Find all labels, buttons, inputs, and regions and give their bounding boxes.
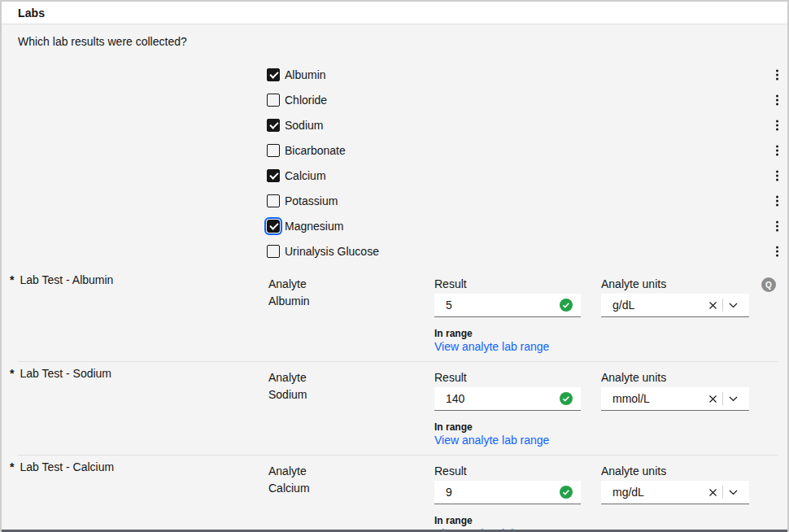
checkbox-row: Urinalysis Glucose (2, 238, 787, 264)
checkbox-label[interactable]: Urinalysis Glucose (285, 245, 379, 258)
units-value: mmol/L (612, 392, 704, 405)
checkbox-magnesium[interactable] (267, 220, 280, 233)
overflow-menu-icon[interactable] (774, 193, 781, 208)
result-column: Result 9 In range View analyte lab range (434, 464, 581, 532)
checkbox-row: Chloride (2, 87, 787, 112)
page-title: Labs (18, 7, 45, 20)
result-column: Result 140 In range View analyte lab ran… (434, 371, 581, 447)
combo-divider (722, 486, 723, 499)
checkbox-urinalysis-glucose[interactable] (267, 245, 280, 258)
checkbox-potassium[interactable] (267, 194, 280, 207)
checkbox-row: Magnesium (2, 213, 787, 238)
analyte-label: Analyte (268, 464, 310, 477)
status-text: In range (434, 421, 581, 433)
clear-icon[interactable] (704, 390, 721, 407)
section-label: * Lab Test - Calcium (10, 460, 114, 473)
checkbox-chloride[interactable] (267, 94, 280, 107)
checkbox-label[interactable]: Chloride (285, 94, 327, 107)
analyte-label: Analyte (268, 277, 310, 290)
result-value: 9 (446, 486, 560, 499)
units-label: Analyte units (601, 277, 749, 290)
checkbox-label[interactable]: Bicarbonate (285, 144, 346, 157)
analyte-column: Analyte Albumin (268, 277, 310, 307)
required-marker: * (10, 460, 14, 473)
overflow-menu-icon[interactable] (774, 142, 781, 158)
checkbox-label[interactable]: Potassium (285, 194, 338, 207)
overflow-menu-icon[interactable] (774, 243, 781, 259)
units-column: Analyte units g/dL (601, 277, 749, 317)
section-label: * Lab Test - Sodium (10, 367, 111, 380)
overflow-menu-icon[interactable] (774, 168, 781, 183)
checkbox-row: Albumin (2, 62, 787, 87)
checkbox-label[interactable]: Calcium (285, 169, 326, 182)
lab-test-sections: * Lab Test - Albumin Analyte Albumin Res… (2, 268, 787, 532)
required-marker: * (10, 367, 14, 380)
overflow-menu-icon[interactable] (774, 67, 781, 82)
checkbox-row: Sodium (2, 112, 787, 137)
result-value: 140 (446, 392, 560, 405)
result-input[interactable]: 5 (434, 294, 581, 317)
lab-test-section-calcium: * Lab Test - Calcium Analyte Calcium Res… (2, 456, 787, 532)
result-input[interactable]: 9 (434, 481, 581, 504)
result-input[interactable]: 140 (434, 387, 581, 411)
units-label: Analyte units (601, 371, 749, 384)
section-title: Lab Test - Calcium (20, 460, 114, 473)
result-label: Result (434, 277, 581, 290)
checkbox-row: Calcium (2, 163, 787, 188)
lab-test-section-albumin: * Lab Test - Albumin Analyte Albumin Res… (2, 268, 787, 362)
checkmark-filled-icon (560, 299, 573, 312)
units-combobox[interactable]: mmol/L (601, 387, 749, 411)
question-label: Which lab results were collected? (18, 35, 787, 48)
view-analyte-lab-range-link[interactable]: View analyte lab range (434, 340, 549, 353)
units-value: mg/dL (612, 486, 704, 499)
section-title: Lab Test - Albumin (20, 273, 113, 286)
result-label: Result (434, 371, 581, 384)
checkbox-label[interactable]: Sodium (285, 119, 323, 132)
checkbox-label[interactable]: Albumin (285, 68, 326, 81)
combo-divider (722, 392, 723, 405)
overflow-menu-icon[interactable] (774, 117, 781, 133)
analyte-value: Albumin (268, 294, 310, 307)
units-column: Analyte units mg/dL (601, 464, 749, 504)
result-value: 5 (446, 299, 560, 312)
chevron-down-icon[interactable] (725, 484, 741, 500)
lab-test-section-sodium: * Lab Test - Sodium Analyte Sodium Resul… (2, 362, 787, 456)
checkbox-albumin[interactable] (267, 68, 280, 81)
chevron-down-icon[interactable] (725, 297, 741, 313)
view-analyte-lab-range-link[interactable]: View analyte lab range (434, 434, 549, 447)
status-text: In range (434, 328, 581, 339)
chevron-down-icon[interactable] (725, 390, 741, 407)
analyte-column: Analyte Sodium (268, 371, 307, 401)
units-combobox[interactable]: mg/dL (601, 481, 749, 504)
checkbox-calcium[interactable] (267, 169, 280, 182)
checkmark-filled-icon (560, 486, 573, 499)
result-label: Result (434, 464, 581, 477)
q-badge[interactable]: Q (761, 277, 776, 292)
checkbox-bicarbonate[interactable] (267, 144, 280, 157)
checkbox-row: Potassium (2, 188, 787, 213)
lab-checkbox-group: Albumin Chloride Sodium Bicarbonate Calc… (2, 62, 787, 264)
clear-icon[interactable] (704, 484, 721, 500)
combo-divider (722, 299, 723, 312)
checkbox-row: Bicarbonate (2, 137, 787, 163)
units-column: Analyte units mmol/L (601, 371, 749, 411)
section-title: Lab Test - Sodium (20, 367, 111, 380)
labs-form-panel: Labs Which lab results were collected? A… (0, 0, 789, 532)
result-column: Result 5 In range View analyte lab range (434, 277, 581, 354)
overflow-menu-icon[interactable] (774, 92, 781, 107)
units-label: Analyte units (601, 464, 749, 477)
analyte-label: Analyte (268, 371, 307, 384)
clear-icon[interactable] (704, 297, 721, 313)
units-value: g/dL (612, 299, 704, 312)
checkmark-filled-icon (560, 392, 573, 405)
overflow-menu-icon[interactable] (774, 218, 781, 233)
analyte-value: Sodium (268, 387, 307, 401)
checkbox-sodium[interactable] (267, 119, 280, 132)
required-marker: * (10, 273, 14, 286)
panel-header: Labs (2, 2, 787, 24)
analyte-value: Calcium (268, 481, 310, 495)
units-combobox[interactable]: g/dL (601, 294, 749, 317)
section-label: * Lab Test - Albumin (10, 273, 113, 286)
checkbox-label[interactable]: Magnesium (285, 220, 343, 233)
analyte-column: Analyte Calcium (268, 464, 310, 495)
